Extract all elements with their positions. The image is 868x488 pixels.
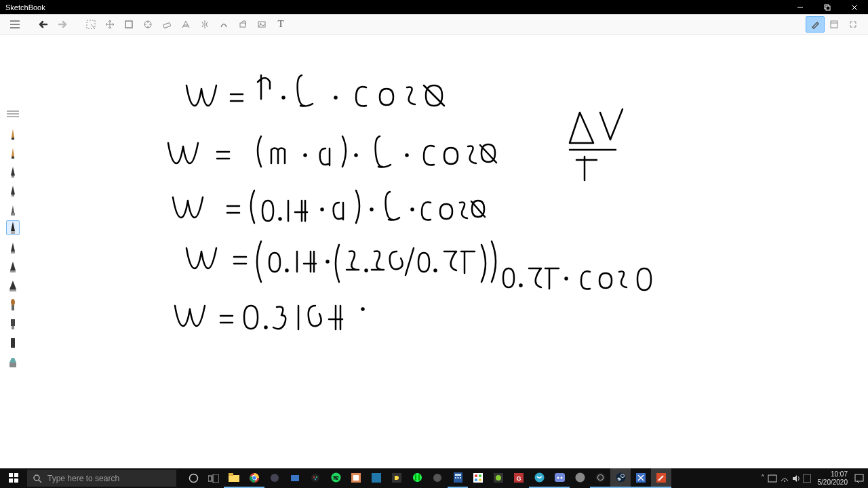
close-button[interactable] — [841, 0, 868, 14]
move-tool-icon[interactable] — [100, 16, 119, 33]
image-tool-icon[interactable] — [252, 16, 271, 33]
svg-point-65 — [189, 474, 197, 483]
stroke-tool-icon[interactable] — [214, 16, 233, 33]
notification-center-icon[interactable] — [854, 474, 864, 483]
taskbar-search[interactable]: Type here to search — [27, 470, 176, 487]
taskbar-app-4[interactable] — [346, 468, 366, 488]
svg-rect-6 — [10, 24, 20, 25]
chrome-icon[interactable] — [244, 468, 264, 488]
tray-network-icon[interactable] — [780, 474, 789, 483]
svg-point-84 — [433, 474, 441, 482]
svg-rect-67 — [213, 474, 219, 483]
tray-icon-1[interactable] — [768, 474, 777, 483]
selection-tool-icon[interactable] — [81, 16, 100, 33]
search-placeholder: Type here to search — [47, 474, 119, 483]
svg-rect-80 — [353, 475, 359, 481]
main-toolbar: T — [0, 14, 868, 35]
svg-rect-2 — [826, 6, 830, 10]
svg-point-52 — [327, 261, 329, 263]
svg-point-92 — [479, 474, 481, 477]
system-tray[interactable]: ˄ 10:07 5/20/2020 — [757, 468, 869, 488]
svg-point-103 — [575, 473, 585, 483]
svg-point-93 — [475, 479, 477, 481]
taskbar-app-10[interactable] — [488, 468, 509, 488]
redo-button[interactable] — [53, 16, 72, 33]
taskbar-app-1[interactable] — [264, 468, 285, 488]
window-title: SketchBook — [5, 3, 787, 12]
svg-rect-89 — [460, 477, 461, 479]
tray-volume-icon[interactable] — [792, 474, 800, 483]
svg-rect-61 — [9, 479, 13, 483]
calculator-icon[interactable] — [448, 468, 468, 488]
taskbar-clock[interactable]: 10:07 5/20/2020 — [814, 470, 852, 487]
draw-mode-button[interactable] — [806, 16, 825, 33]
svg-point-53 — [366, 270, 368, 272]
maximize-button[interactable] — [814, 0, 841, 14]
taskbar-app-8[interactable] — [427, 468, 448, 488]
svg-rect-9 — [125, 21, 132, 28]
taskbar-app-2[interactable] — [285, 468, 305, 488]
svg-point-94 — [479, 479, 481, 481]
svg-point-75 — [313, 476, 315, 477]
taskbar-app-3[interactable] — [305, 468, 326, 488]
svg-rect-15 — [831, 21, 837, 28]
svg-point-55 — [520, 285, 522, 287]
steam-icon[interactable] — [610, 468, 631, 488]
undo-button[interactable] — [34, 16, 53, 33]
taskbar-app-11[interactable]: G — [509, 468, 529, 488]
clock-date: 5/20/2020 — [818, 479, 848, 487]
svg-point-76 — [316, 476, 317, 477]
fullscreen-button[interactable] — [844, 16, 863, 33]
svg-point-74 — [311, 474, 319, 482]
svg-rect-73 — [291, 475, 299, 481]
svg-rect-12 — [240, 23, 245, 27]
layout-mode-button[interactable] — [825, 16, 844, 33]
minimize-button[interactable] — [787, 0, 814, 14]
eraser-tool-icon[interactable] — [157, 16, 176, 33]
svg-rect-86 — [455, 474, 461, 476]
svg-point-102 — [560, 477, 562, 479]
taskbar-app-12[interactable] — [529, 468, 549, 488]
visual-studio-icon[interactable] — [631, 468, 651, 488]
tray-language-icon[interactable] — [803, 474, 811, 483]
taskbar-app-5[interactable] — [366, 468, 387, 488]
svg-rect-68 — [229, 475, 239, 482]
ruler-tool-icon[interactable] — [138, 16, 157, 33]
start-button[interactable] — [0, 468, 27, 488]
svg-point-57 — [265, 327, 267, 329]
perspective-tool-icon[interactable] — [176, 16, 195, 33]
taskbar-app-9[interactable] — [468, 468, 488, 488]
shape-tool-icon[interactable] — [233, 16, 252, 33]
crop-tool-icon[interactable] — [119, 16, 138, 33]
task-view-icon[interactable] — [203, 468, 224, 488]
clock-time: 10:07 — [818, 470, 848, 479]
taskbar-app-6[interactable] — [387, 468, 407, 488]
spotify-icon[interactable] — [326, 468, 346, 488]
svg-rect-100 — [555, 473, 565, 482]
svg-line-64 — [39, 480, 41, 483]
taskbar-app-7[interactable] — [407, 468, 427, 488]
sketchbook-taskbar-icon[interactable] — [651, 468, 671, 488]
tray-chevron-icon[interactable]: ˄ — [761, 474, 765, 483]
svg-point-83 — [413, 473, 422, 482]
text-tool-icon[interactable]: T — [271, 16, 290, 33]
svg-point-44 — [304, 155, 307, 157]
canvas-area[interactable]: W = f · d · cosθ W = (m · a) · d · cosθ … — [0, 35, 868, 468]
svg-point-42 — [283, 97, 285, 99]
discord-icon[interactable] — [549, 468, 570, 488]
svg-rect-7 — [10, 27, 20, 28]
svg-point-58 — [362, 308, 364, 310]
svg-point-91 — [475, 474, 477, 477]
obs-icon[interactable] — [590, 468, 610, 488]
svg-point-49 — [371, 209, 373, 211]
file-explorer-icon[interactable] — [224, 468, 244, 488]
svg-rect-66 — [208, 476, 212, 481]
svg-point-45 — [355, 155, 357, 157]
menu-icon[interactable] — [5, 16, 24, 33]
svg-rect-116 — [855, 474, 863, 481]
svg-text:G: G — [516, 475, 521, 482]
svg-point-56 — [566, 278, 568, 280]
symmetry-tool-icon[interactable] — [195, 16, 214, 33]
cortana-icon[interactable] — [183, 468, 203, 488]
taskbar-app-13[interactable] — [570, 468, 590, 488]
